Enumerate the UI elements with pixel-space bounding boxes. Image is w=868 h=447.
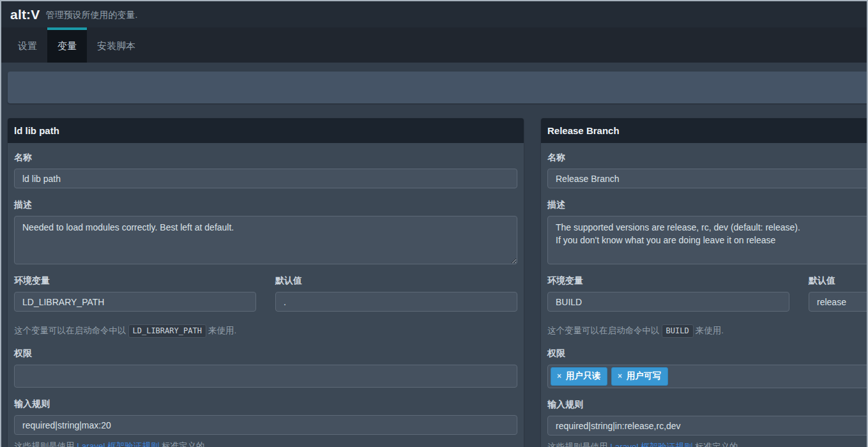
tab-variables[interactable]: 变量 — [47, 27, 87, 63]
card-title: Release Branch — [541, 118, 868, 143]
description-textarea[interactable]: The supported versions are release, rc, … — [547, 216, 868, 264]
env-code-badge: BUILD — [662, 324, 694, 338]
env-variable-label: 环境变量 — [547, 275, 789, 287]
description-label: 描述 — [14, 199, 517, 211]
card-title: ld lib path — [8, 118, 524, 143]
permission-tag-user-viewable[interactable]: ×用户只读 — [551, 367, 607, 386]
tab-bar: 设置 变量 安装脚本 — [1, 27, 867, 63]
name-label: 名称 — [14, 152, 517, 163]
input-rules-input[interactable] — [14, 415, 517, 435]
default-value-input[interactable] — [275, 292, 517, 312]
startup-hint: 这个变量可以在启动命令中以BUILD来使用. — [547, 324, 868, 338]
variable-cards: ld lib path 名称 描述 Needed to load modules… — [8, 118, 868, 447]
input-rules-label: 输入规则 — [547, 399, 868, 411]
env-code-badge: LD_LIBRARY_PATH — [128, 324, 206, 338]
browser-viewport: alt:V 管理预设所使用的变量. 设置 变量 安装脚本 ld lib path… — [0, 0, 868, 447]
rules-hint: 这些规则是使用 Laravel 框架验证规则 标准定义的. — [547, 441, 868, 447]
page-header: alt:V 管理预设所使用的变量. — [1, 1, 867, 27]
rules-hint: 这些规则是使用 Laravel 框架验证规则 标准定义的. — [14, 441, 517, 447]
tab-install-script[interactable]: 安装脚本 — [87, 27, 146, 63]
name-input[interactable] — [547, 169, 868, 188]
startup-hint: 这个变量可以在启动命令中以LD_LIBRARY_PATH来使用. — [14, 324, 517, 338]
card-body: 名称 描述 Needed to load modules correctly. … — [8, 143, 524, 447]
name-label: 名称 — [547, 152, 868, 163]
page-title: alt:V — [10, 7, 40, 22]
remove-tag-icon[interactable]: × — [557, 372, 561, 380]
remove-tag-icon[interactable]: × — [618, 372, 622, 380]
env-variable-input[interactable] — [14, 292, 256, 312]
env-variable-input[interactable] — [547, 292, 789, 312]
description-textarea[interactable]: Needed to load modules correctly. Best l… — [14, 216, 517, 264]
input-rules-label: 输入规则 — [14, 398, 517, 410]
env-variable-label: 环境变量 — [14, 275, 256, 287]
description-label: 描述 — [547, 199, 868, 211]
empty-panel — [8, 72, 868, 103]
tab-settings[interactable]: 设置 — [8, 27, 47, 63]
card-body: 名称 描述 The supported versions are release… — [541, 143, 868, 447]
default-value-label: 默认值 — [275, 275, 517, 287]
permission-tag-user-editable[interactable]: ×用户可写 — [611, 367, 668, 386]
default-value-label: 默认值 — [809, 275, 868, 287]
input-rules-input[interactable] — [547, 416, 868, 436]
permissions-select[interactable]: ×用户只读 ×用户可写 — [547, 365, 868, 388]
laravel-rules-link[interactable]: Laravel 框架验证规则 — [77, 441, 159, 447]
variable-card-release-branch: Release Branch 名称 描述 The supported versi… — [541, 118, 868, 447]
permissions-select[interactable] — [14, 365, 517, 388]
variable-card-ld-lib-path: ld lib path 名称 描述 Needed to load modules… — [8, 118, 524, 447]
permissions-label: 权限 — [547, 348, 868, 360]
laravel-rules-link[interactable]: Laravel 框架验证规则 — [610, 442, 692, 447]
page-content: ld lib path 名称 描述 Needed to load modules… — [1, 72, 868, 447]
permissions-label: 权限 — [14, 348, 517, 360]
name-input[interactable] — [14, 169, 517, 188]
page-subtitle: 管理预设所使用的变量. — [46, 8, 138, 21]
default-value-input[interactable] — [809, 292, 868, 312]
